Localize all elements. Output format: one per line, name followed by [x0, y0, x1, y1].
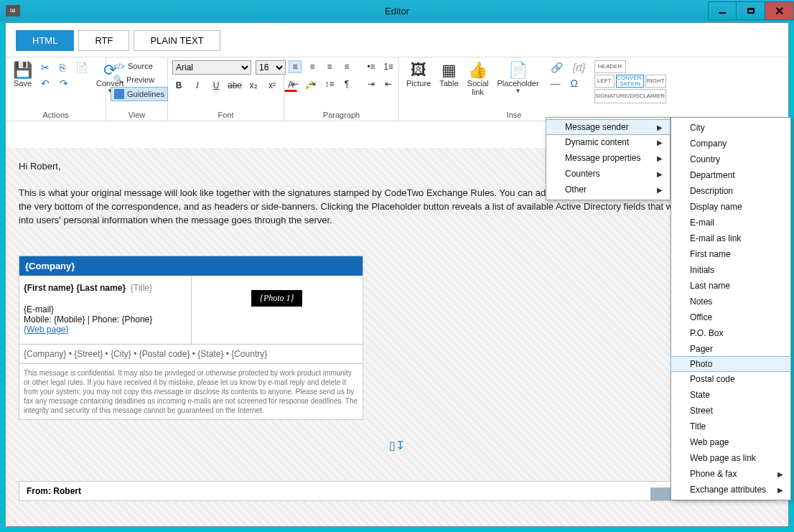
align-right-button[interactable]: ≡: [323, 60, 336, 73]
numbered-list-button[interactable]: 1≡: [382, 60, 395, 73]
submenu-last-name[interactable]: Last name: [671, 278, 790, 294]
guidelines-button[interactable]: Guidelines: [111, 87, 168, 101]
bold-button[interactable]: B: [172, 79, 185, 92]
undo-button[interactable]: ↶: [38, 76, 52, 90]
window-title: Editor: [385, 6, 409, 17]
tab-html[interactable]: HTML: [16, 30, 74, 51]
submenu-street[interactable]: Street: [671, 403, 790, 419]
submenu-first-name[interactable]: First name: [671, 246, 790, 262]
submenu-photo[interactable]: Photo: [671, 356, 791, 372]
redo-button[interactable]: ↷: [57, 76, 71, 90]
menu-other[interactable]: Other▶: [546, 182, 670, 197]
submenu-web-page[interactable]: Web page: [671, 434, 790, 450]
increase-indent-button[interactable]: ⇥: [365, 78, 378, 90]
menu-counters[interactable]: Counters▶: [546, 166, 670, 182]
text-direction-button[interactable]: ¶: [340, 78, 353, 90]
save-button[interactable]: 💾Save: [10, 60, 35, 89]
font-size-select[interactable]: 16: [256, 60, 286, 75]
submenu-title[interactable]: Title: [671, 419, 790, 434]
omega-icon[interactable]: Ω: [568, 76, 581, 90]
signature-block: {Company} {First name} {Last name} {Titl…: [19, 256, 363, 420]
social-link-button[interactable]: 👍Social link: [464, 60, 492, 98]
placeholder-button[interactable]: 📄Placeholder▼: [495, 60, 542, 95]
italic-button[interactable]: I: [191, 79, 204, 92]
underline-button[interactable]: U: [210, 79, 223, 92]
picture-button[interactable]: 🖼Picture: [403, 60, 434, 89]
preview-button[interactable]: 🔍Preview: [111, 73, 157, 85]
layout-picker: HEADER LEFT CONVER- SATION RIGHT SIGNATU…: [594, 60, 666, 103]
menu-message-properties[interactable]: Message properties▶: [546, 150, 670, 166]
link-icon[interactable]: 🔗: [548, 60, 566, 75]
submenu-state[interactable]: State: [671, 387, 790, 403]
minimize-button[interactable]: [708, 1, 737, 20]
paste-button[interactable]: 📄: [73, 60, 90, 75]
submenu-description[interactable]: Description: [671, 183, 790, 199]
app-icon: ✉: [6, 5, 20, 17]
submenu-company[interactable]: Company: [671, 136, 790, 151]
layout-left[interactable]: LEFT: [594, 75, 615, 88]
submenu-phone-fax[interactable]: Phone & fax▶: [671, 466, 790, 482]
superscript-button[interactable]: x²: [266, 79, 279, 92]
submenu-exchange-attributes[interactable]: Exchange attributes▶: [671, 482, 790, 498]
strike-button[interactable]: abe: [228, 79, 241, 92]
format-tabs: HTML RTF PLAIN TEXT: [6, 23, 788, 57]
align-left-button[interactable]: ≡: [289, 60, 302, 73]
ribbon: 💾Save ✂ ⎘ 📄 ↶ ↷ ⟳Convert▼ Actions: [6, 57, 788, 121]
submenu-notes[interactable]: Notes: [671, 294, 790, 309]
layout-signature[interactable]: SIGNATURE/DISCLAIMER: [594, 89, 666, 103]
message-sender-submenu: City Company Country Department Descript…: [671, 117, 791, 500]
submenu-display-name[interactable]: Display name: [671, 199, 790, 215]
sig-company: {Company}: [19, 256, 363, 276]
sig-title: {Title}: [131, 283, 152, 293]
bullet-list-button[interactable]: •≡: [365, 60, 378, 73]
align-center-button[interactable]: ≡: [306, 60, 319, 73]
font-family-select[interactable]: Arial: [172, 60, 251, 75]
submenu-postal-code[interactable]: Postal code: [671, 371, 790, 387]
maximize-button[interactable]: [737, 1, 765, 20]
layout-right[interactable]: RIGHT: [645, 75, 666, 88]
titlebar: ✉ Editor ✕: [0, 0, 794, 22]
group-actions-label: Actions: [10, 111, 101, 119]
submenu-web-page-as-link[interactable]: Web page as link: [671, 450, 790, 466]
submenu-email-as-link[interactable]: E-mail as link: [671, 230, 790, 246]
group-view-label: View: [111, 111, 163, 119]
sig-address: {Company} • {Street} • {City} • {Postal …: [19, 345, 363, 364]
cut-button[interactable]: ✂: [38, 60, 52, 75]
rt-placeholder-icon[interactable]: {rt}: [570, 60, 589, 75]
submenu-initials[interactable]: Initials: [671, 262, 790, 278]
hr-icon[interactable]: —: [548, 76, 564, 90]
sig-web-link[interactable]: {Web page}: [24, 325, 69, 335]
close-button[interactable]: ✕: [765, 1, 794, 20]
submenu-pager[interactable]: Pager: [671, 341, 790, 357]
subscript-button[interactable]: x₂: [247, 79, 260, 92]
outdent-button[interactable]: ⇤: [289, 78, 302, 90]
indent-button[interactable]: ⇥: [306, 78, 319, 90]
source-button[interactable]: </>Source: [111, 60, 156, 72]
submenu-city[interactable]: City: [671, 120, 790, 136]
sig-photo-placeholder: {Photo 1}: [251, 290, 302, 307]
submenu-email[interactable]: E-mail: [671, 215, 790, 230]
placeholder-menu: Message sender▶ Dynamic content▶ Message…: [546, 117, 671, 200]
submenu-po-box[interactable]: P.O. Box: [671, 325, 790, 341]
layout-conversation[interactable]: CONVER- SATION: [616, 75, 644, 88]
group-paragraph-label: Paragraph: [289, 111, 394, 119]
submenu-country[interactable]: Country: [671, 151, 790, 167]
submenu-office[interactable]: Office: [671, 309, 790, 325]
line-spacing-button[interactable]: ↕≡: [323, 78, 336, 90]
align-justify-button[interactable]: ≡: [340, 60, 353, 73]
sig-name: {First name} {Last name}: [24, 283, 126, 293]
table-button[interactable]: ▦Table: [436, 60, 461, 89]
decrease-indent-button[interactable]: ⇤: [382, 78, 395, 90]
tab-plain-text[interactable]: PLAIN TEXT: [134, 30, 220, 51]
sig-disclaimer: This message is confidential. It may als…: [19, 364, 363, 419]
sig-phones: Mobile: {Mobile} | Phone: {Phone}: [24, 314, 187, 325]
copy-button[interactable]: ⎘: [57, 60, 68, 75]
submenu-department[interactable]: Department: [671, 167, 790, 183]
layout-header[interactable]: HEADER: [594, 60, 626, 73]
menu-dynamic-content[interactable]: Dynamic content▶: [546, 134, 670, 150]
tab-rtf[interactable]: RTF: [78, 30, 129, 51]
group-font-label: Font: [172, 111, 279, 119]
sig-email: {E-mail}: [24, 304, 187, 314]
menu-message-sender[interactable]: Message sender▶: [546, 119, 671, 135]
insert-marker-icon[interactable]: ▯↧: [19, 439, 775, 452]
